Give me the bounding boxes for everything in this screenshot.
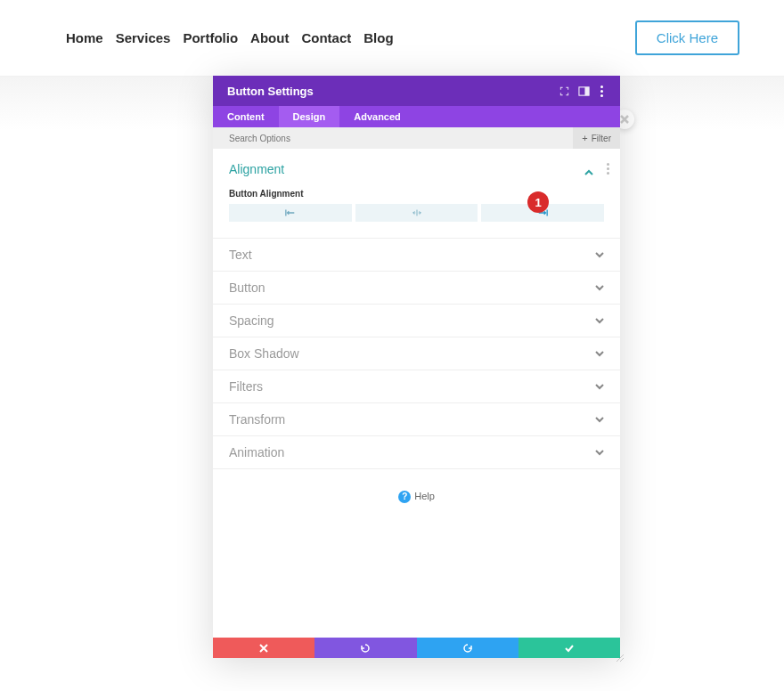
filter-label: Filter	[592, 134, 611, 143]
filter-button[interactable]: + Filter	[573, 127, 620, 149]
section-title: Filters	[229, 379, 263, 394]
align-center-button[interactable]	[355, 204, 478, 222]
tab-design[interactable]: Design	[279, 106, 340, 127]
section-title: Transform	[229, 412, 285, 427]
section-title: Spacing	[229, 313, 274, 328]
section-alignment: Alignment Button Alignment 1	[213, 149, 620, 239]
align-center-icon	[412, 208, 422, 217]
chevron-up-icon	[584, 168, 593, 177]
chevron-down-icon	[595, 313, 604, 329]
modal-menu-button[interactable]	[593, 85, 609, 97]
undo-icon	[360, 643, 371, 654]
close-icon	[258, 643, 269, 654]
section-button[interactable]: Button	[213, 272, 620, 305]
plus-icon: +	[582, 133, 587, 143]
cta-button[interactable]: Click Here	[635, 20, 739, 55]
help-label: Help	[414, 491, 435, 501]
section-title-alignment: Alignment	[229, 162, 604, 176]
nav-item-services[interactable]: Services	[116, 30, 171, 45]
resize-handle[interactable]	[611, 649, 625, 663]
section-menu-button[interactable]	[607, 163, 609, 175]
svg-rect-1	[584, 86, 589, 94]
sections: Alignment Button Alignment 1 Text	[213, 149, 620, 638]
section-transform[interactable]: Transform	[213, 403, 620, 436]
cancel-button[interactable]	[213, 638, 314, 658]
close-icon	[620, 115, 629, 124]
expand-button[interactable]	[554, 81, 574, 101]
redo-button[interactable]	[417, 638, 519, 658]
collapse-button[interactable]	[584, 165, 593, 181]
chevron-down-icon	[595, 280, 604, 296]
section-animation[interactable]: Animation	[213, 436, 620, 469]
chevron-down-icon	[595, 247, 604, 263]
snap-button[interactable]	[574, 81, 593, 101]
modal-header: Button Settings	[213, 76, 620, 106]
section-spacing[interactable]: Spacing	[213, 305, 620, 337]
section-filters[interactable]: Filters	[213, 370, 620, 403]
help-button[interactable]: ?Help	[213, 469, 620, 521]
tabs: Content Design Advanced	[213, 106, 620, 127]
search-input[interactable]	[229, 134, 573, 143]
help-icon: ?	[398, 491, 411, 503]
section-title: Animation	[229, 445, 284, 459]
undo-button[interactable]	[314, 638, 416, 658]
nav-item-home[interactable]: Home	[66, 30, 103, 45]
align-left-button[interactable]	[229, 204, 352, 222]
nav-item-portfolio[interactable]: Portfolio	[183, 30, 238, 45]
nav-item-blog[interactable]: Blog	[363, 30, 393, 45]
chevron-down-icon	[595, 378, 604, 394]
alignment-toggle-group: 1	[229, 204, 604, 222]
section-title: Box Shadow	[229, 346, 299, 361]
chevron-down-icon	[595, 411, 604, 427]
resize-icon	[611, 649, 625, 663]
nav-item-about[interactable]: About	[250, 30, 289, 45]
chevron-down-icon	[595, 444, 604, 460]
annotation-badge: 1	[527, 191, 549, 213]
settings-modal: Button Settings Content Design Advanced …	[213, 76, 620, 658]
modal-title: Button Settings	[227, 85, 554, 98]
expand-icon	[559, 85, 570, 97]
section-title: Button	[229, 280, 265, 295]
modal-footer	[213, 638, 620, 658]
section-text[interactable]: Text	[213, 239, 620, 272]
panel-icon	[578, 85, 590, 97]
align-left-icon	[285, 208, 296, 217]
tab-advanced[interactable]: Advanced	[339, 106, 415, 127]
check-icon	[564, 643, 575, 654]
redo-icon	[462, 643, 473, 654]
chevron-down-icon	[595, 346, 604, 362]
section-box-shadow[interactable]: Box Shadow	[213, 337, 620, 370]
tab-content[interactable]: Content	[213, 106, 279, 127]
top-nav: Home Services Portfolio About Contact Bl…	[0, 0, 784, 77]
section-title: Text	[229, 248, 252, 262]
nav-links: Home Services Portfolio About Contact Bl…	[66, 30, 394, 45]
nav-item-contact[interactable]: Contact	[301, 30, 351, 45]
save-button[interactable]	[519, 638, 620, 658]
search-row: + Filter	[213, 127, 620, 149]
